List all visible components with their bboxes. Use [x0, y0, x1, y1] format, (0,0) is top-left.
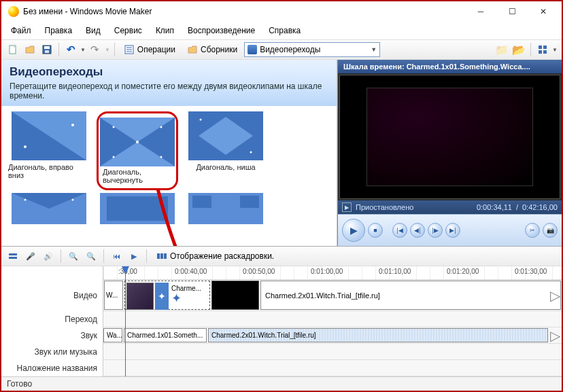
- view-mode-dropdown-icon[interactable]: ▼: [552, 47, 558, 53]
- svg-rect-38: [240, 196, 259, 208]
- svg-rect-11: [543, 50, 547, 54]
- menu-file[interactable]: Файл: [5, 23, 37, 38]
- track-label-title: Наложение названия: [17, 363, 97, 373]
- track-label-video: Видео: [73, 291, 97, 300]
- ruler[interactable]: :30,00 0:00:40,00 0:00:50,00 0:01:00,00 …: [103, 266, 562, 280]
- svg-rect-2: [44, 46, 50, 49]
- zoom-out-button[interactable]: 🔍: [84, 249, 99, 264]
- transition-item[interactable]: Диагональ, ниша: [185, 111, 267, 190]
- transitions-panel: Видеопереходы Перетащите видеопереход и …: [1, 60, 337, 246]
- track-title-overlay[interactable]: [103, 360, 562, 376]
- menu-help[interactable]: Справка: [263, 23, 306, 38]
- video-clip[interactable]: W...: [104, 281, 123, 310]
- svg-rect-41: [157, 253, 160, 259]
- step-back-button[interactable]: ◀|: [410, 223, 425, 238]
- transition-item[interactable]: [8, 193, 90, 227]
- undo-dropdown-icon[interactable]: ▼: [80, 47, 86, 53]
- ruler-tick: 0:01:10,00: [379, 268, 411, 275]
- transition-item[interactable]: [185, 193, 267, 227]
- new-button[interactable]: [5, 42, 20, 57]
- audio-clip[interactable]: Charmed.1x01.Someth...: [124, 328, 207, 342]
- folder-icon: [187, 44, 198, 55]
- svg-rect-10: [539, 50, 542, 54]
- audio-clip[interactable]: Wa...: [103, 328, 122, 342]
- svg-point-14: [24, 145, 27, 148]
- transition-thumbnail: ✦: [155, 283, 169, 310]
- collection-combo[interactable]: Видеопереходы ▼: [244, 42, 380, 57]
- transition-label: Диагональ, ниша: [196, 163, 255, 171]
- seek-start-button[interactable]: |◀: [392, 223, 407, 238]
- audio-clip[interactable]: Charmed.2x01.Witch.Trial_[tfile.ru]: [208, 328, 548, 342]
- step-fwd-button[interactable]: |▶: [428, 223, 443, 238]
- svg-rect-37: [192, 196, 211, 208]
- play-button[interactable]: ▶: [342, 219, 365, 242]
- scroll-right-arrow[interactable]: ▷: [549, 281, 560, 309]
- svg-rect-43: [164, 253, 167, 259]
- narrate-button[interactable]: 🎤: [23, 249, 38, 264]
- menu-service[interactable]: Сервис: [109, 23, 148, 38]
- operations-button[interactable]: Операции: [119, 42, 180, 57]
- svg-point-32: [24, 199, 27, 201]
- view-mode-button[interactable]: [535, 42, 550, 57]
- preview-viewport: [339, 75, 560, 199]
- svg-rect-35: [107, 196, 168, 221]
- menu-playback[interactable]: Воспроизведение: [182, 23, 260, 38]
- playhead[interactable]: [125, 266, 126, 376]
- up-level-button[interactable]: 📁: [494, 42, 509, 57]
- new-folder-button[interactable]: 📂: [511, 42, 526, 57]
- audio-levels-button[interactable]: 🔊: [41, 249, 56, 264]
- transition-item-selected[interactable]: Диагональ, вычеркнуть: [97, 111, 178, 190]
- maximize-button[interactable]: ☐: [496, 1, 528, 22]
- video-clip-selected[interactable]: ✦ Charme... ✦: [124, 281, 210, 310]
- split-clip-button[interactable]: ✂: [525, 223, 540, 238]
- storyboard-icon: [156, 251, 167, 262]
- open-button[interactable]: [22, 42, 37, 57]
- play-timeline-button[interactable]: ▶: [126, 249, 141, 264]
- app-icon: [8, 6, 19, 17]
- statusbar: Готово: [1, 376, 562, 391]
- transition-label: Диагональ, вычеркнуть: [103, 168, 172, 184]
- svg-rect-3: [45, 50, 49, 53]
- svg-point-22: [113, 126, 115, 128]
- seek-end-button[interactable]: ▶|: [445, 223, 460, 238]
- timeline-toolbar: 🎤 🔊 🔍 🔍 ⏮ ▶ Отображение раскадровки.: [1, 247, 562, 266]
- close-button[interactable]: ✕: [528, 1, 559, 22]
- timeline-view-button[interactable]: [5, 249, 20, 264]
- star-icon: ✦: [171, 291, 182, 306]
- track-transition[interactable]: [103, 311, 562, 327]
- video-clip-black[interactable]: [211, 281, 259, 310]
- track-video[interactable]: W... ✦ Charme... ✦ Charmed.2x01.Witch.Tr…: [103, 280, 562, 311]
- menu-clip[interactable]: Клип: [150, 23, 180, 38]
- window-title: Без имени - Windows Movie Maker: [23, 7, 152, 16]
- stop-button[interactable]: ■: [368, 223, 383, 238]
- clip-thumbnail: [126, 283, 154, 310]
- svg-point-21: [136, 141, 139, 143]
- menu-view[interactable]: Вид: [80, 23, 106, 38]
- transitions-title: Видеопереходы: [10, 65, 328, 79]
- svg-rect-39: [9, 253, 17, 255]
- transition-item[interactable]: [97, 193, 178, 227]
- video-clip[interactable]: Charmed.2x01.Witch.Trial_[tfile.ru]: [260, 281, 561, 310]
- timeline: 🎤 🔊 🔍 🔍 ⏮ ▶ Отображение раскадровки. − В…: [1, 246, 562, 376]
- menu-edit[interactable]: Правка: [39, 23, 78, 38]
- collections-button[interactable]: Сборники: [182, 42, 242, 57]
- transition-item[interactable]: Диагональ, вправо вниз: [8, 111, 90, 190]
- redo-dropdown-icon[interactable]: ▼: [105, 47, 110, 53]
- preview-status: Приостановлено: [356, 203, 413, 211]
- track-audio[interactable]: Wa... Charmed.1x01.Someth... Charmed.2x0…: [103, 327, 562, 344]
- rewind-button[interactable]: ⏮: [109, 249, 124, 264]
- zoom-in-button[interactable]: 🔍: [66, 249, 81, 264]
- scroll-right-arrow[interactable]: ▷: [549, 329, 560, 342]
- tracks-area[interactable]: :30,00 0:00:40,00 0:00:50,00 0:01:00,00 …: [103, 266, 562, 376]
- track-audio-music[interactable]: [103, 344, 562, 360]
- transitions-hint: Перетащите видеопереход и поместите его …: [10, 82, 322, 101]
- snapshot-button[interactable]: 📷: [543, 223, 558, 238]
- redo-button[interactable]: ↷: [88, 42, 103, 57]
- save-button[interactable]: [39, 42, 54, 57]
- collections-label: Сборники: [201, 45, 237, 54]
- list-icon: [124, 44, 135, 55]
- storyboard-toggle[interactable]: Отображение раскадровки.: [152, 249, 279, 264]
- titlebar: Без имени - Windows Movie Maker ─ ☐ ✕: [1, 1, 562, 22]
- minimize-button[interactable]: ─: [465, 1, 496, 22]
- undo-button[interactable]: ↶: [63, 42, 78, 57]
